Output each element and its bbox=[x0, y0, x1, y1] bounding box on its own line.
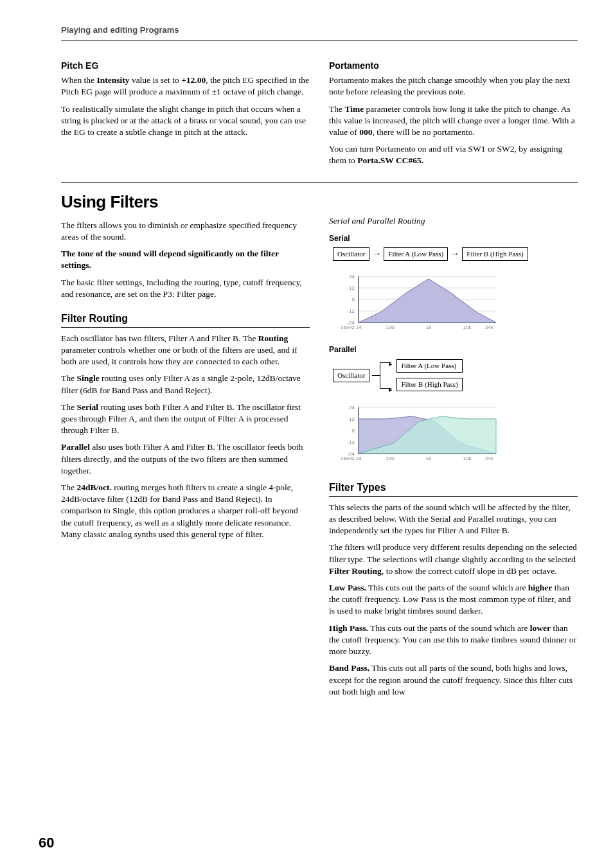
col-left-upper: Pitch EG When the Intensity value is set… bbox=[61, 57, 310, 172]
portamento-heading: Portamento bbox=[329, 60, 578, 72]
text: The bbox=[61, 373, 76, 383]
arrow-icon: ▸ bbox=[389, 385, 393, 394]
routing-diagram-title: Serial and Parallel Routing bbox=[329, 215, 578, 227]
parallel-chart: 24 12 0 -12 -24 dB/Hz 24 100 1k 10k 24k bbox=[335, 398, 502, 469]
col-right-upper: Portamento Portamento makes the pitch ch… bbox=[329, 57, 578, 172]
serial-flow: Oscillator → Filter A (Low Pass) → Filte… bbox=[333, 247, 578, 261]
filter-types-p3: Low Pass. This cuts out the parts of the… bbox=[329, 582, 578, 617]
arrow-icon: ▸ bbox=[389, 359, 393, 369]
split-lines: ▸ ▸ bbox=[372, 359, 394, 392]
filters-columns: Using Filters The filters allows you to … bbox=[61, 191, 578, 703]
text-bold: Parallel bbox=[61, 442, 90, 452]
text: also uses both Filter A and Filter B. Th… bbox=[61, 442, 303, 475]
portamento-p1: Portamento makes the pitch change smooth… bbox=[329, 75, 578, 98]
arrow-icon: → bbox=[372, 249, 381, 258]
section-divider bbox=[61, 182, 578, 183]
svg-text:10k: 10k bbox=[463, 324, 472, 330]
filter-a-box: Filter A (Low Pass) bbox=[384, 247, 448, 261]
text-bold: 24dB/oct. bbox=[76, 483, 111, 492]
using-filters-heading: Using Filters bbox=[61, 191, 310, 213]
osc-box: Oscillator bbox=[333, 369, 369, 382]
text-bold: Band Pass. bbox=[329, 663, 369, 673]
text-bold: +12.00 bbox=[181, 75, 206, 85]
text-bold: Filter Routing bbox=[329, 566, 382, 576]
arrow-icon: → bbox=[450, 249, 459, 258]
col-left-filters: Using Filters The filters allows you to … bbox=[61, 191, 310, 703]
svg-text:24: 24 bbox=[349, 405, 355, 411]
serial-label: Serial bbox=[329, 233, 578, 244]
text-bold: Single bbox=[76, 373, 99, 383]
svg-text:12: 12 bbox=[349, 416, 355, 422]
svg-text:1k: 1k bbox=[426, 324, 432, 330]
svg-text:0: 0 bbox=[352, 428, 355, 434]
text-bold: Serial bbox=[76, 402, 98, 412]
text-bold: lower bbox=[530, 623, 551, 633]
pitch-eg-p1: When the Intensity value is set to +12.0… bbox=[61, 75, 310, 98]
text: The filters will produce very different … bbox=[329, 542, 577, 563]
portamento-p3: You can turn Portamento on and off via S… bbox=[329, 143, 578, 166]
filter-types-p4: High Pass. This cuts out the parts of th… bbox=[329, 623, 578, 658]
text-bold: Time bbox=[344, 104, 364, 114]
using-filters-p1: The filters allows you to diminish or em… bbox=[61, 220, 310, 243]
svg-text:10k: 10k bbox=[463, 456, 472, 461]
text: This cuts out the parts of the sound whi… bbox=[366, 583, 528, 592]
svg-text:100: 100 bbox=[386, 324, 395, 330]
pitch-eg-heading: Pitch EG bbox=[61, 60, 310, 72]
svg-text:dB/Hz 24: dB/Hz 24 bbox=[341, 324, 362, 330]
svg-text:100: 100 bbox=[386, 456, 395, 461]
text-bold: Routing bbox=[258, 333, 289, 343]
filter-a-box: Filter A (Low Pass) bbox=[396, 359, 462, 373]
filter-routing-p4: Parallel also uses both Filter A and Fil… bbox=[61, 441, 310, 477]
filter-routing-p5: The 24dB/oct. routing merges both filter… bbox=[61, 482, 310, 540]
filter-routing-p2: The Single routing uses only Filter A as… bbox=[61, 373, 310, 396]
page-header: Playing and editing Programs bbox=[61, 24, 578, 40]
filter-routing-p3: The Serial routing uses both Filter A an… bbox=[61, 402, 310, 437]
text: value is set to bbox=[130, 75, 182, 85]
parallel-label: Parallel bbox=[329, 344, 578, 355]
text: , there will be no portamento. bbox=[372, 127, 474, 137]
filter-routing-heading: Filter Routing bbox=[61, 312, 310, 328]
filter-types-p1: This selects the parts of the sound whic… bbox=[329, 502, 578, 537]
svg-text:1k: 1k bbox=[426, 456, 432, 461]
svg-text:24k: 24k bbox=[485, 456, 494, 461]
text: , to show the correct cutoff slope in dB… bbox=[382, 566, 557, 576]
text-bold: High Pass. bbox=[329, 623, 368, 633]
page-number: 60 bbox=[39, 833, 54, 853]
text-bold: 000 bbox=[359, 127, 372, 137]
filter-b-box: Filter B (High Pass) bbox=[396, 378, 462, 391]
text-bold: Low Pass. bbox=[329, 583, 366, 592]
portamento-p2: The Time parameter controls how long it … bbox=[329, 103, 578, 139]
text-bold: Porta.SW CC#65. bbox=[357, 155, 423, 165]
svg-text:-12: -12 bbox=[347, 308, 355, 314]
upper-columns: Pitch EG When the Intensity value is set… bbox=[61, 57, 578, 172]
parallel-flow: Oscillator ▸ ▸ Filter A (Low Pass) Filte… bbox=[333, 359, 578, 392]
text: When the bbox=[61, 75, 96, 85]
text: This cuts out the parts of the sound whi… bbox=[368, 623, 530, 633]
text: The bbox=[61, 483, 76, 492]
text: The bbox=[61, 402, 76, 412]
filter-types-p5: Band Pass. This cuts out all parts of th… bbox=[329, 662, 578, 698]
text: The bbox=[329, 104, 344, 114]
text: Each oscillator has two filters, Filter … bbox=[61, 333, 258, 343]
filter-types-heading: Filter Types bbox=[329, 481, 578, 497]
svg-text:24: 24 bbox=[349, 274, 355, 279]
filter-b-box: Filter B (High Pass) bbox=[462, 247, 528, 261]
osc-box: Oscillator bbox=[333, 247, 369, 261]
filter-types-p2: The filters will produce very different … bbox=[329, 542, 578, 577]
serial-chart: 24 12 0 -12 -24 dB/Hz 24 100 1k 10k 24k bbox=[335, 267, 502, 338]
svg-text:12: 12 bbox=[349, 285, 355, 291]
header-section-title: Playing and editing Programs bbox=[61, 25, 179, 35]
pitch-eg-p2: To realistically simulate the slight cha… bbox=[61, 103, 310, 139]
svg-text:24k: 24k bbox=[485, 324, 494, 330]
using-filters-p2: The tone of the sound will depend signif… bbox=[61, 248, 310, 271]
text-bold: higher bbox=[528, 583, 553, 592]
svg-text:0: 0 bbox=[352, 297, 355, 303]
text: parameter controls whether one or both o… bbox=[61, 345, 298, 366]
col-right-filters: Serial and Parallel Routing Serial Oscil… bbox=[329, 191, 578, 703]
svg-text:-12: -12 bbox=[347, 439, 355, 445]
using-filters-p3: The basic filter settings, including the… bbox=[61, 277, 310, 300]
svg-text:dB/Hz 24: dB/Hz 24 bbox=[341, 456, 362, 461]
filter-routing-p1: Each oscillator has two filters, Filter … bbox=[61, 333, 310, 368]
text-bold: Intensity bbox=[96, 75, 129, 85]
